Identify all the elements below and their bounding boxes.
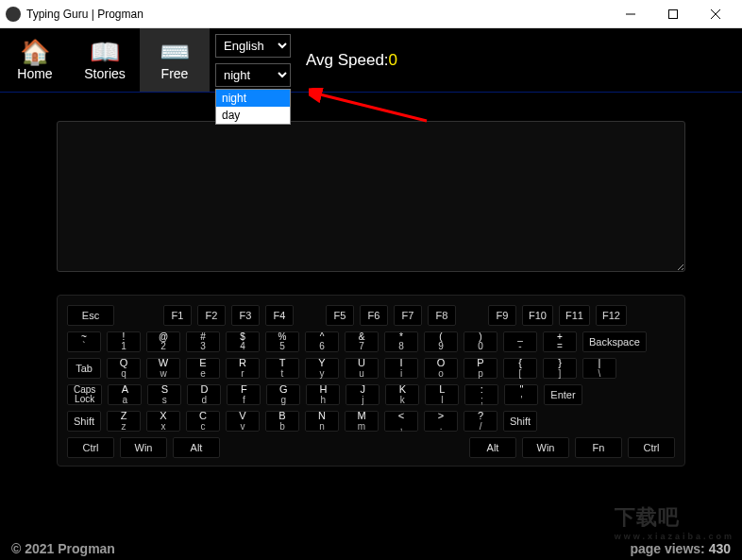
key-esc[interactable]: Esc (67, 305, 114, 326)
key-num-6[interactable]: ^6 (305, 331, 339, 352)
key-a-5[interactable]: Hh (306, 384, 340, 405)
key-q-7[interactable]: Ii (384, 358, 418, 379)
key-a-6[interactable]: Jj (346, 384, 379, 405)
key-z-7[interactable]: <, (384, 411, 418, 432)
window-title: Typing Guru | Progman (26, 8, 609, 21)
home-icon: 🏠 (20, 40, 50, 64)
nav-bar: 🏠 Home 📖 Stories ⌨️ Free English night n… (0, 28, 742, 93)
key-num-12[interactable]: += (543, 331, 577, 352)
key-q-6[interactable]: Uu (345, 358, 379, 379)
close-button[interactable] (694, 0, 736, 28)
nav-free[interactable]: ⌨️ Free (140, 28, 210, 92)
keyboard-q-row: TabQqWwEeRrTtYyUuIiOoPp{[}]|\ (67, 358, 675, 379)
key-num-0[interactable]: ~` (67, 331, 101, 352)
key-z-1[interactable]: Xx (146, 411, 180, 432)
key-f5[interactable]: F5 (326, 305, 354, 326)
window-titlebar: Typing Guru | Progman (0, 0, 742, 28)
key-a-3[interactable]: Ff (227, 384, 261, 405)
maximize-button[interactable] (651, 0, 694, 28)
key-z-9[interactable]: ?/ (464, 411, 497, 432)
key-f9[interactable]: F9 (488, 305, 516, 326)
avg-speed-value: 0 (389, 51, 397, 70)
key-win-right[interactable]: Win (522, 437, 569, 458)
key-shift-left[interactable]: Shift (67, 411, 101, 432)
key-alt-left[interactable]: Alt (173, 437, 220, 458)
key-q-0[interactable]: Qq (107, 358, 141, 379)
key-q-10[interactable]: {[ (503, 358, 537, 379)
theme-dropdown-menu: night day (215, 89, 291, 125)
window-controls (609, 0, 736, 28)
key-tab[interactable]: Tab (67, 358, 101, 379)
key-backspace[interactable]: Backspace (582, 331, 647, 352)
minimize-button[interactable] (609, 0, 651, 28)
key-q-12[interactable]: |\ (582, 358, 616, 379)
nav-stories[interactable]: 📖 Stories (70, 28, 140, 92)
key-f4[interactable]: F4 (265, 305, 294, 326)
key-a-10[interactable]: "' (504, 384, 538, 405)
key-f7[interactable]: F7 (394, 305, 422, 326)
key-q-4[interactable]: Tt (265, 358, 299, 379)
key-num-3[interactable]: #3 (186, 331, 220, 352)
key-ctrl-right[interactable]: Ctrl (628, 437, 675, 458)
key-q-9[interactable]: Pp (464, 358, 497, 379)
key-num-11[interactable]: _- (503, 331, 537, 352)
key-q-8[interactable]: Oo (424, 358, 458, 379)
key-ctrl-left[interactable]: Ctrl (67, 437, 114, 458)
key-z-5[interactable]: Nn (305, 411, 339, 432)
key-z-3[interactable]: Vv (226, 411, 260, 432)
key-num-7[interactable]: &7 (345, 331, 379, 352)
nav-home[interactable]: 🏠 Home (0, 28, 70, 92)
key-num-2[interactable]: @2 (146, 331, 180, 352)
typing-input[interactable] (57, 121, 685, 272)
key-a-4[interactable]: Gg (266, 384, 300, 405)
key-f11[interactable]: F11 (559, 305, 590, 326)
key-num-5[interactable]: %5 (265, 331, 299, 352)
key-f2[interactable]: F2 (197, 305, 226, 326)
key-fn[interactable]: Fn (575, 437, 622, 458)
virtual-keyboard: EscF1F2F3F4F5F6F7F8F9F10F11F12 ~`!1@2#3$… (57, 295, 685, 467)
key-f10[interactable]: F10 (522, 305, 553, 326)
keyboard-bottom-row: CtrlWinAltAltWinFnCtrl (67, 437, 675, 458)
key-num-4[interactable]: $4 (226, 331, 260, 352)
key-a-0[interactable]: Aa (108, 384, 142, 405)
key-q-1[interactable]: Ww (146, 358, 180, 379)
theme-option-day[interactable]: day (216, 107, 290, 124)
key-a-9[interactable]: :; (464, 384, 498, 405)
key-num-8[interactable]: *8 (384, 331, 418, 352)
key-q-11[interactable]: }] (543, 358, 577, 379)
key-z-4[interactable]: Bb (265, 411, 299, 432)
page-views: page views: 430 (630, 541, 731, 556)
svg-rect-1 (668, 9, 677, 18)
key-z-8[interactable]: >. (424, 411, 458, 432)
theme-option-night[interactable]: night (216, 90, 290, 107)
key-num-9[interactable]: (9 (424, 331, 458, 352)
keyboard-num-row: ~`!1@2#3$4%5^6&7*8(9)0_-+=Backspace (67, 331, 675, 352)
key-enter[interactable]: Enter (544, 384, 582, 405)
key-a-8[interactable]: Ll (425, 384, 459, 405)
theme-select[interactable]: night (215, 63, 291, 87)
key-a-7[interactable]: Kk (385, 384, 419, 405)
key-shift-right[interactable]: Shift (503, 411, 537, 432)
language-select[interactable]: English (215, 34, 291, 58)
book-icon: 📖 (90, 40, 120, 64)
key-z-2[interactable]: Cc (186, 411, 220, 432)
key-f3[interactable]: F3 (231, 305, 260, 326)
key-f8[interactable]: F8 (428, 305, 456, 326)
key-capslock[interactable]: CapsLock (67, 384, 102, 405)
key-alt-right[interactable]: Alt (469, 437, 516, 458)
key-z-0[interactable]: Zz (107, 411, 141, 432)
keyboard-z-row: ShiftZzXxCcVvBbNnMm<,>.?/Shift (67, 411, 675, 432)
key-num-10[interactable]: )0 (464, 331, 497, 352)
key-num-1[interactable]: !1 (107, 331, 141, 352)
key-win-left[interactable]: Win (120, 437, 167, 458)
key-f12[interactable]: F12 (596, 305, 627, 326)
key-a-1[interactable]: Ss (147, 384, 181, 405)
key-a-2[interactable]: Dd (187, 384, 221, 405)
key-f1[interactable]: F1 (163, 305, 192, 326)
key-q-3[interactable]: Rr (226, 358, 260, 379)
nav-home-label: Home (17, 66, 52, 81)
key-q-5[interactable]: Yy (305, 358, 339, 379)
key-f6[interactable]: F6 (360, 305, 388, 326)
key-q-2[interactable]: Ee (186, 358, 220, 379)
key-z-6[interactable]: Mm (345, 411, 379, 432)
